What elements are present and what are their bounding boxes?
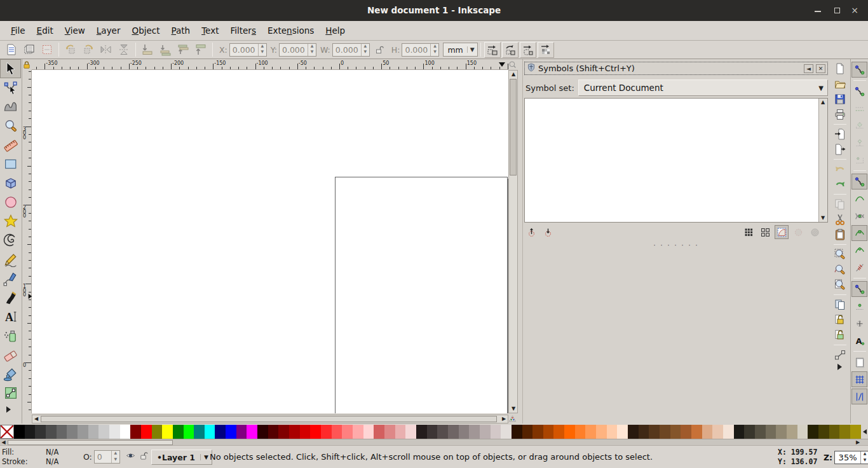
zoom-drawing-button[interactable] [832, 262, 848, 277]
close-button[interactable]: × [848, 4, 862, 17]
menu-layer[interactable]: Layer [91, 23, 126, 38]
color-managed-view-icon[interactable] [508, 415, 518, 423]
affect-corners-toggle[interactable] [520, 42, 536, 58]
palette-swatch[interactable] [152, 425, 163, 439]
palette-swatch[interactable] [194, 425, 205, 439]
import-button[interactable] [832, 127, 848, 142]
snap-nodes-button[interactable] [851, 174, 867, 189]
menu-extensions[interactable]: Extensions [262, 23, 320, 38]
panel-resize-grip[interactable]: · · · · · · · [524, 243, 828, 248]
scale-to-fit-button[interactable] [775, 225, 789, 239]
palette-swatch[interactable] [512, 425, 522, 439]
palette-swatch[interactable] [755, 425, 766, 439]
units-dropdown[interactable]: mm▼ [443, 43, 477, 57]
palette-swatch[interactable] [268, 425, 279, 439]
palette-swatch[interactable] [332, 425, 342, 439]
canvas[interactable] [32, 70, 508, 413]
palette-swatch[interactable] [480, 425, 491, 439]
palette-swatch[interactable] [236, 425, 247, 439]
swatch-none[interactable] [0, 425, 14, 439]
palette-swatch[interactable] [437, 425, 448, 439]
cut-button[interactable] [832, 212, 848, 227]
restore-button[interactable] [830, 4, 844, 17]
palette-swatch[interactable] [321, 425, 332, 439]
unlink-clone-button[interactable] [832, 327, 848, 343]
tool-bezier-pen[interactable] [0, 269, 21, 288]
palette-swatch[interactable] [712, 425, 723, 439]
symbols-list[interactable]: ▲ ▼ [524, 98, 828, 223]
palette-swatch[interactable] [639, 425, 649, 439]
snap-bbox-button[interactable] [851, 83, 867, 99]
print-document-button[interactable] [832, 107, 848, 122]
y-field[interactable]: 0.000▲▼ [279, 43, 316, 57]
snap-object-centers-button[interactable] [851, 298, 867, 314]
palette-swatch[interactable] [797, 425, 808, 439]
palette-swatch[interactable] [35, 425, 46, 439]
symbol-extract-button[interactable] [541, 225, 555, 239]
palette-swatch[interactable] [734, 425, 745, 439]
palette-swatch[interactable] [596, 425, 607, 439]
tool-star[interactable] [0, 212, 21, 231]
horizontal-scrollbar[interactable]: ◀ ▶ [32, 415, 508, 423]
palette-swatch[interactable] [787, 425, 797, 439]
palette-swatch[interactable] [564, 425, 575, 439]
palette-swatch[interactable] [25, 425, 36, 439]
tool-measure[interactable] [0, 135, 21, 155]
snap-smooth-nodes-button[interactable] [851, 242, 867, 258]
palette-swatch[interactable] [850, 425, 861, 439]
snap-to-paths-button[interactable] [851, 191, 867, 207]
palette-swatch[interactable] [818, 425, 829, 439]
zoom-field[interactable]: 35% ▲▼ [834, 451, 868, 464]
palette-swatch[interactable] [427, 425, 438, 439]
panel-undock-button[interactable]: ◄ [804, 64, 813, 73]
snap-bbox-edge-midpoints-button[interactable] [851, 135, 867, 151]
xml-editor-button[interactable] [832, 347, 848, 362]
palette-swatch[interactable] [691, 425, 702, 439]
menu-text[interactable]: Text [196, 23, 224, 38]
layer-dropdown[interactable]: •Layer 1 ▼ [151, 450, 212, 465]
palette-swatch[interactable] [744, 425, 755, 439]
snap-rotation-centers-button[interactable] [851, 315, 867, 331]
snap-grids-button[interactable] [851, 371, 867, 387]
minimize-button[interactable] [811, 4, 825, 17]
select-all-layers-button[interactable] [21, 42, 37, 58]
palette-swatch[interactable] [459, 425, 470, 439]
w-field[interactable]: 0.000▲▼ [332, 43, 370, 57]
palette-swatch[interactable] [839, 425, 850, 439]
toolbox-overflow-arrow[interactable] [6, 406, 11, 413]
palette-swatch[interactable] [649, 425, 660, 439]
redo-button[interactable] [832, 177, 848, 192]
palette-swatch[interactable] [628, 425, 639, 439]
affect-move-toggle[interactable] [484, 42, 501, 58]
raise-to-top-button[interactable] [193, 42, 209, 58]
view-grid-small-button[interactable] [742, 225, 756, 239]
palette-swatch[interactable] [57, 425, 67, 439]
palette-swatch[interactable] [416, 425, 427, 439]
tool-eraser[interactable] [0, 345, 21, 364]
palette-swatch[interactable] [184, 425, 194, 439]
palette-swatch[interactable] [553, 425, 564, 439]
h-field[interactable]: 0.000▲▼ [402, 43, 439, 57]
palette-scroll-left-arrow[interactable] [861, 425, 868, 439]
x-field[interactable]: 0.000▲▼ [229, 43, 267, 57]
tool-zoom[interactable] [0, 116, 21, 135]
palette-swatch[interactable] [723, 425, 734, 439]
panel-close-button[interactable]: ✕ [816, 64, 825, 73]
palette-scrollbar[interactable]: ◀ ▶ [0, 439, 868, 445]
palette-swatch[interactable] [384, 425, 395, 439]
palette-swatch[interactable] [766, 425, 776, 439]
horizontal-scroll-thumb[interactable] [41, 416, 497, 422]
undo-button[interactable] [832, 162, 848, 177]
commands-overflow-arrow[interactable] [837, 364, 842, 370]
tool-paint-bucket[interactable] [0, 364, 21, 383]
palette-swatch[interactable] [300, 425, 311, 439]
open-document-button[interactable] [832, 76, 848, 92]
palette-swatch[interactable] [289, 425, 300, 439]
palette-swatch[interactable] [491, 425, 501, 439]
tool-box-3d[interactable] [0, 174, 21, 193]
palette-swatch[interactable] [162, 425, 173, 439]
palette-swatch[interactable] [448, 425, 459, 439]
snap-enable-button[interactable] [851, 62, 867, 78]
scale-circle-dotted-button[interactable] [791, 225, 805, 239]
symbols-list-scrollbar[interactable]: ▲ ▼ [818, 99, 827, 222]
